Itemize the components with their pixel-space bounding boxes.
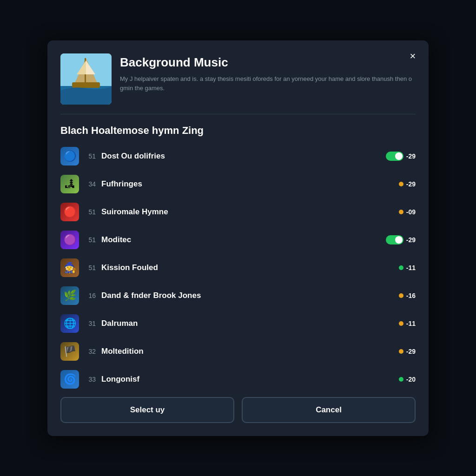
item-number: 34 [85,180,96,188]
item-name: Dost Ou dolifries [101,152,380,161]
item-icon: 🔴 [60,203,79,221]
item-badge: -11 [399,320,416,327]
item-name: Dalruman [101,319,393,328]
list-item[interactable]: 🏞 34 Fufhringes -29 [53,170,423,198]
item-icon: 🏞 [60,175,79,193]
item-name: Moltedition [101,347,393,356]
music-list: 🔵 51 Dost Ou dolifries -29 🏞 34 Fufhring… [47,142,429,389]
item-number: 32 [85,348,96,355]
item-number: 51 [85,264,96,271]
modal-header: Background Music My J helpaiver spaten a… [47,40,429,114]
item-badge: -20 [399,376,416,383]
list-item[interactable]: 🌀 33 Longonisf -20 [53,365,423,389]
item-badge: -11 [399,264,416,271]
cancel-button[interactable]: Cancel [242,397,416,423]
toggle-on[interactable] [386,235,403,245]
list-item[interactable]: 🔴 51 Suiromale Hymne -09 [53,198,423,226]
header-text: Background Music My J helpaiver spaten a… [120,53,416,93]
item-number: 51 [85,208,96,216]
item-name: Longonisf [101,375,393,384]
item-name: Kission Fouled [101,263,393,272]
section-title: Blach Hoaltemose hymn Zing [47,114,429,142]
item-number: 51 [85,236,96,244]
list-item[interactable]: 🌐 31 Dalruman -11 [53,310,423,337]
orange-dot [399,349,403,354]
item-name: Fufhringes [101,179,393,189]
item-icon: 🌀 [60,370,79,389]
orange-dot [399,293,403,298]
list-item[interactable]: 🔵 51 Dost Ou dolifries -29 [53,142,423,170]
item-icon: 🔵 [60,147,79,165]
footer-buttons: Select uy Cancel [47,389,429,436]
list-item[interactable]: 🧙 51 Kission Fouled -11 [53,254,423,282]
list-item[interactable]: 🌿 16 Dand & fnder Brook Jones -16 [53,282,423,310]
item-icon: 🧙 [60,258,79,277]
item-name: Dand & fnder Brook Jones [101,291,393,300]
item-badge: -09 [399,208,416,216]
header-title: Background Music [120,55,416,70]
header-image [60,53,112,105]
header-desc: My J helpaiver spaten and is. a stay the… [120,74,416,93]
item-badge: -16 [399,292,416,299]
item-badge: -29 [386,152,416,161]
green-dot [399,377,403,382]
item-number: 51 [85,152,96,160]
item-icon: 🌐 [60,314,79,333]
modal-dialog: Background Music My J helpaiver spaten a… [47,40,429,436]
orange-dot [399,210,403,214]
item-icon: 🏴 [60,342,79,361]
item-number: 31 [85,320,96,327]
item-badge: -29 [386,235,416,245]
item-icon: 🟣 [60,231,79,249]
item-badge: -29 [399,348,416,355]
item-number: 33 [85,376,96,383]
item-icon: 🌿 [60,286,79,305]
toggle-on[interactable] [386,152,403,161]
orange-dot [399,321,403,326]
orange-dot [399,182,403,186]
svg-rect-6 [72,82,100,88]
item-name: Moditec [101,235,380,245]
list-item[interactable]: 🏴 32 Moltedition -29 [53,337,423,365]
close-button[interactable]: × [405,49,420,64]
item-name: Suiromale Hymne [101,207,393,217]
item-badge: -29 [399,180,416,188]
green-dot [399,265,403,270]
list-item[interactable]: 🟣 51 Moditec -29 [53,226,423,254]
item-number: 16 [85,292,96,299]
select-button[interactable]: Select uy [60,397,234,423]
